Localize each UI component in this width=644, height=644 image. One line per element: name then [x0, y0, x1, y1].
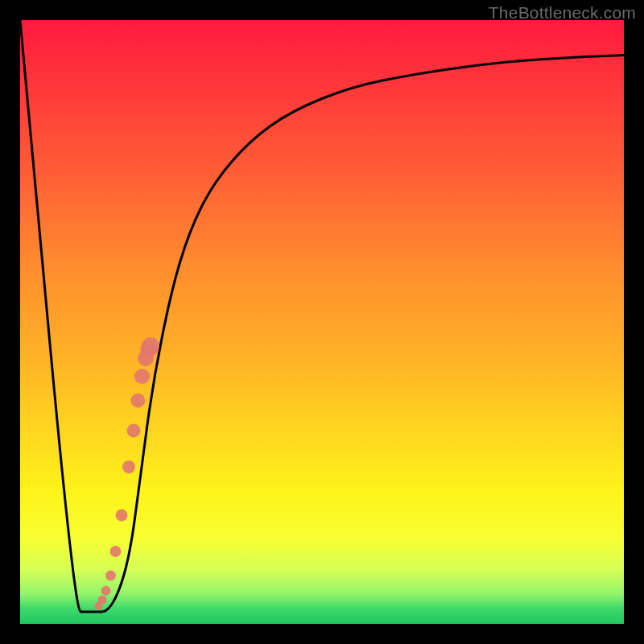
- plot-area: [20, 20, 624, 624]
- highlight-dot: [134, 369, 150, 384]
- highlight-dot: [122, 460, 135, 473]
- bottleneck-curve: [20, 20, 624, 612]
- highlight-dot: [116, 510, 128, 522]
- highlight-dot: [127, 424, 141, 438]
- highlight-dot: [105, 571, 116, 581]
- highlight-dot: [142, 337, 159, 355]
- chart-frame: TheBottleneck.com: [0, 0, 644, 644]
- highlight-dot: [98, 596, 107, 605]
- chart-svg: [20, 20, 624, 624]
- bottleneck-curve-path: [20, 20, 624, 612]
- highlight-dot: [130, 394, 145, 408]
- highlight-dots: [95, 337, 160, 610]
- highlight-dot: [110, 546, 122, 557]
- highlight-dot: [101, 586, 111, 596]
